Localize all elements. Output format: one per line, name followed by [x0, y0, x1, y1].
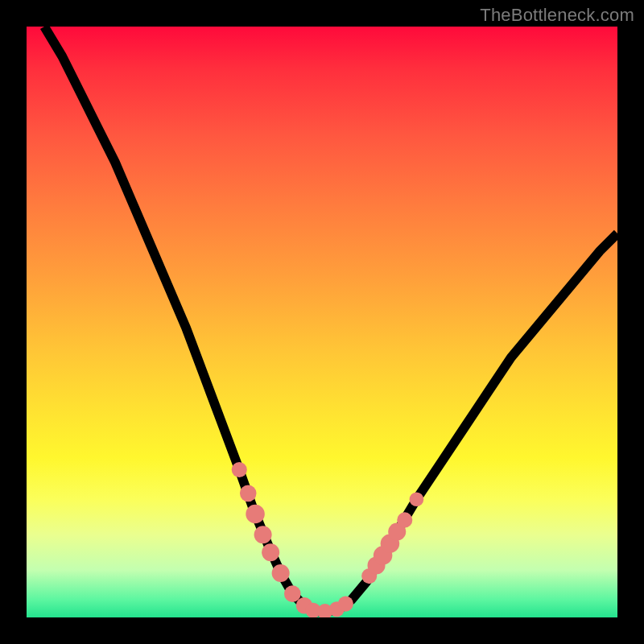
marker-dot — [338, 597, 353, 612]
watermark-text: TheBottleneck.com — [480, 5, 634, 26]
marker-dot — [397, 512, 412, 527]
marker-dot — [272, 564, 290, 582]
marker-dot — [240, 485, 257, 502]
marker-dot — [410, 492, 424, 506]
bottleneck-curve — [44, 27, 617, 612]
chart-frame: TheBottleneck.com — [0, 0, 644, 644]
marker-dot — [232, 462, 247, 477]
marker-dot — [262, 543, 279, 561]
marker-group — [232, 462, 424, 617]
plot-area — [27, 27, 617, 617]
marker-dot — [254, 526, 272, 543]
marker-dot — [246, 505, 264, 523]
marker-dot — [284, 585, 301, 602]
chart-svg — [27, 27, 617, 617]
